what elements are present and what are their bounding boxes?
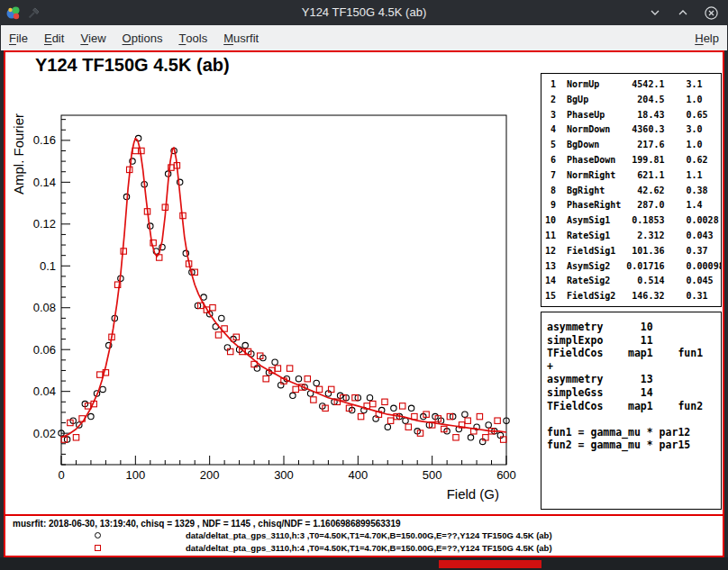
data-point	[447, 413, 452, 419]
data-point	[91, 401, 96, 406]
data-point	[141, 182, 147, 187]
maximize-icon[interactable]	[676, 5, 690, 20]
data-point	[106, 342, 112, 348]
data-point	[109, 334, 114, 339]
data-point	[195, 303, 200, 308]
data-point	[192, 269, 197, 275]
data-point	[314, 380, 319, 385]
data-point	[148, 223, 153, 229]
data-point	[302, 385, 307, 390]
x-axis: 0100200300400500600	[58, 456, 515, 482]
data-point	[263, 376, 268, 382]
data-point	[497, 432, 503, 438]
root-canvas[interactable]: Y124 TF150G 4.5K (ab) 010020030040050060…	[4, 50, 724, 557]
data-point	[444, 429, 450, 434]
data-point	[305, 376, 310, 382]
data-point	[189, 269, 195, 275]
data-point	[382, 399, 387, 404]
data-point	[70, 418, 76, 423]
data-point	[504, 418, 509, 423]
y-tick-label: 0.02	[33, 427, 56, 440]
menubar: FileEditViewOptionsToolsMusrfitHelp	[1, 25, 727, 50]
y-tick-label: 0.14	[33, 176, 56, 189]
data-point	[118, 276, 123, 281]
data-point	[334, 399, 340, 404]
data-point	[168, 165, 174, 170]
series-square-points	[61, 148, 506, 442]
data-point	[361, 407, 367, 412]
data-point	[492, 429, 497, 434]
data-point	[162, 204, 168, 210]
data-point	[421, 413, 426, 419]
data-point	[417, 430, 423, 436]
data-point	[468, 435, 473, 440]
data-point	[100, 386, 105, 392]
y-tick-label: 0.08	[33, 301, 56, 314]
plot-svg: 01002003004005006000.020.040.060.080.10.…	[5, 52, 546, 515]
close-icon[interactable]	[704, 5, 719, 21]
data-point	[275, 366, 280, 371]
data-point	[228, 348, 233, 354]
data-point	[474, 424, 479, 430]
data-point	[299, 385, 305, 390]
data-point	[477, 413, 482, 419]
data-point	[97, 372, 103, 377]
data-point	[231, 336, 236, 341]
data-point	[329, 386, 334, 392]
menu-item-musrfit[interactable]: Musrfit	[215, 25, 267, 50]
menu-item-help[interactable]: Help	[687, 25, 727, 50]
data-point	[465, 418, 470, 423]
data-point	[251, 361, 257, 366]
data-point	[201, 294, 206, 300]
menu-item-edit[interactable]: Edit	[36, 25, 72, 50]
data-point	[284, 376, 289, 382]
x-tick-label: 600	[496, 468, 516, 482]
y-tick-label: 0.16	[33, 133, 56, 147]
legend-square-marker	[95, 545, 101, 551]
data-point	[183, 250, 188, 256]
y-axis: 0.020.040.060.080.10.120.140.16	[33, 120, 70, 465]
y-axis-title: Ampl. Fourier	[11, 113, 26, 195]
data-point	[132, 148, 138, 153]
data-point	[501, 437, 506, 442]
data-point	[240, 348, 245, 354]
data-point	[127, 167, 132, 172]
data-point	[272, 359, 278, 365]
pin-icon	[27, 6, 41, 20]
data-point	[165, 171, 170, 176]
data-point	[453, 435, 459, 440]
data-point	[432, 413, 438, 419]
data-point	[135, 135, 141, 140]
data-point	[450, 413, 456, 419]
menu-item-file[interactable]: File	[1, 25, 36, 50]
data-point	[254, 366, 259, 371]
data-point	[103, 370, 108, 375]
data-point	[186, 261, 191, 267]
data-point	[400, 403, 405, 409]
data-point	[350, 407, 355, 412]
menu-item-options[interactable]: Options	[114, 25, 171, 50]
legend-entry: data/deltat_pta_gps_3110,h:3 ,T0=4.50K,T…	[5, 530, 723, 542]
data-point	[483, 435, 488, 440]
window-controls	[648, 0, 719, 25]
taskbar-strip	[0, 557, 728, 570]
data-point	[174, 163, 179, 168]
data-point	[480, 439, 486, 444]
legend-label: data/deltat_pta_gps_3110,h:4 ,T0=4.50K,T…	[186, 543, 552, 553]
data-point	[486, 422, 491, 428]
data-point	[213, 324, 218, 330]
data-point	[423, 412, 429, 417]
menu-item-tools[interactable]: Tools	[170, 25, 215, 50]
data-point	[215, 332, 221, 338]
data-point	[233, 334, 239, 339]
data-point	[385, 424, 390, 430]
titlebar[interactable]: Y124 TF150G 4.5K (ab)	[0, 0, 728, 26]
data-point	[414, 429, 420, 434]
minimize-icon[interactable]	[648, 5, 662, 20]
data-point	[278, 383, 284, 388]
data-point	[130, 158, 135, 164]
legend-entry: data/deltat_pta_gps_3110,h:4 ,T0=4.50K,T…	[5, 543, 723, 555]
menu-item-view[interactable]: View	[72, 25, 114, 50]
taskbar-red-indicator[interactable]	[439, 560, 541, 568]
data-point	[435, 416, 441, 421]
